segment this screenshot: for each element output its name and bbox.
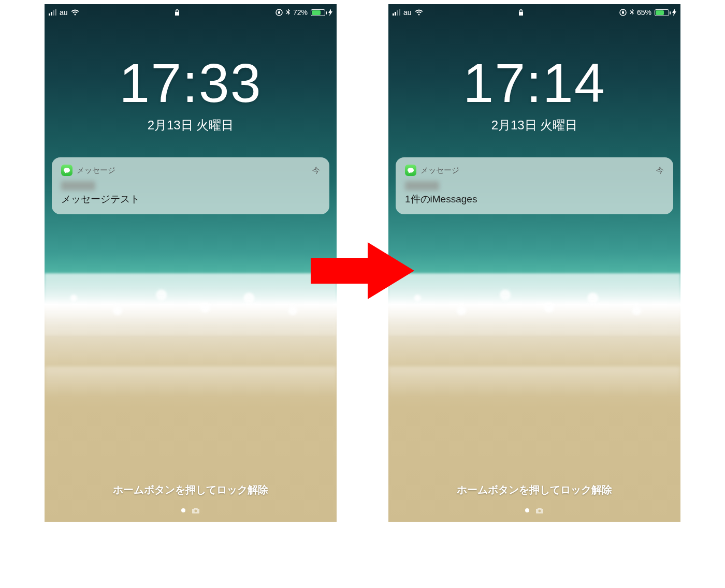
- lock-clock: 17:33: [45, 52, 337, 114]
- unlock-hint: ホームボタンを押してロック解除: [45, 483, 337, 497]
- status-bar: au 72%: [45, 6, 337, 19]
- battery-percent: 72%: [293, 8, 308, 17]
- notification-app-name: メッセージ: [421, 166, 459, 175]
- camera-icon[interactable]: [535, 507, 544, 513]
- page-dot: [525, 508, 529, 512]
- messages-app-icon: [405, 165, 416, 176]
- arrow-icon: [311, 242, 414, 299]
- lock-screen-left: au 72%: [45, 4, 337, 522]
- status-bar: au 65%: [388, 6, 680, 19]
- wifi-icon: [415, 9, 423, 16]
- carrier-label: au: [403, 8, 412, 17]
- notification-body: メッセージテスト: [61, 193, 320, 206]
- lock-clock: 17:14: [388, 52, 680, 114]
- orientation-lock-icon: [276, 9, 283, 16]
- notification-time: 今: [312, 166, 320, 175]
- wallpaper-wave-2: [45, 366, 337, 398]
- notification-time: 今: [656, 166, 664, 175]
- lock-icon: [518, 9, 524, 16]
- notification-app-name: メッセージ: [77, 166, 115, 175]
- page-indicator: [388, 507, 680, 513]
- charging-icon: [672, 9, 676, 16]
- notification-sender-redacted: [405, 181, 439, 190]
- battery-icon: [655, 9, 669, 16]
- bluetooth-icon: [286, 9, 290, 16]
- battery-icon: [311, 9, 325, 16]
- wifi-icon: [71, 9, 79, 16]
- notification-body: 1件のiMessages: [405, 193, 664, 206]
- lock-date: 2月13日 火曜日: [388, 117, 680, 134]
- carrier-label: au: [60, 8, 68, 17]
- orientation-lock-icon: [619, 9, 627, 16]
- signal-icon: [49, 9, 56, 16]
- wallpaper-wave-2: [388, 366, 680, 398]
- svg-marker-2: [311, 242, 414, 299]
- lock-date: 2月13日 火曜日: [45, 117, 337, 134]
- camera-icon[interactable]: [192, 507, 200, 513]
- lock-screen-right: au 65%: [388, 4, 680, 522]
- bluetooth-icon: [630, 9, 634, 16]
- notification-sender-redacted: [61, 181, 95, 190]
- messages-app-icon: [61, 165, 72, 176]
- notification-card[interactable]: メッセージ 今 1件のiMessages: [396, 157, 673, 214]
- wallpaper-wave: [388, 273, 680, 335]
- lock-icon: [175, 9, 180, 16]
- signal-icon: [393, 9, 400, 16]
- page-dot: [181, 508, 185, 512]
- unlock-hint: ホームボタンを押してロック解除: [388, 483, 680, 497]
- notification-card[interactable]: メッセージ 今 メッセージテスト: [52, 157, 329, 214]
- battery-percent: 65%: [637, 8, 651, 17]
- wallpaper-wave: [45, 273, 337, 335]
- page-indicator: [45, 507, 337, 513]
- charging-icon: [328, 9, 332, 16]
